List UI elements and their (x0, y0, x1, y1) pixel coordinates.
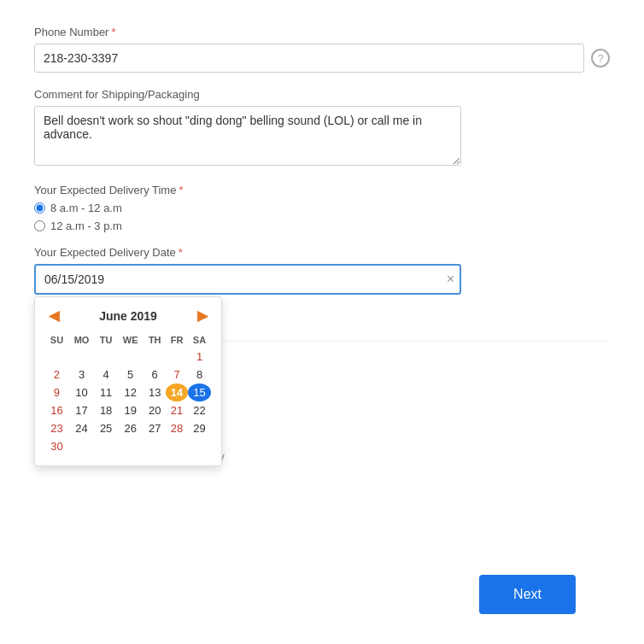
phone-label: Phone Number* (34, 26, 610, 38)
weekday-fr: FR (166, 332, 188, 348)
table-row: 1 (45, 348, 211, 366)
cal-day-12[interactable]: 12 (117, 383, 143, 401)
date-input[interactable] (34, 264, 461, 295)
cal-day-10[interactable]: 10 (68, 383, 95, 401)
delivery-date-label: Your Expected Delivery Date* (34, 246, 610, 259)
radio-option-2[interactable]: 12 a.m - 3 p.m (34, 220, 610, 232)
cal-empty (68, 437, 95, 455)
required-indicator2: * (179, 184, 183, 196)
weekday-sa: SA (188, 332, 211, 348)
table-row: 30 (45, 437, 211, 455)
cal-day-19[interactable]: 19 (117, 401, 143, 419)
cal-day-7[interactable]: 7 (166, 366, 188, 383)
calendar-next-button[interactable]: ▶ (194, 307, 211, 324)
weekday-tu: TU (95, 332, 117, 348)
phone-row: ? (34, 44, 610, 73)
calendar-prev-button[interactable]: ◀ (45, 307, 62, 324)
cal-day-8[interactable]: 8 (188, 366, 211, 383)
cal-empty (45, 348, 68, 366)
required-indicator: * (111, 26, 115, 38)
comment-textarea[interactable]: Bell doesn't work so shout "ding dong" b… (34, 106, 461, 166)
cal-empty (117, 437, 143, 455)
cal-empty (188, 437, 211, 455)
clear-date-button[interactable]: × (447, 272, 454, 286)
cal-day-9[interactable]: 9 (45, 383, 68, 401)
cal-empty (68, 348, 95, 366)
comment-section: Comment for Shipping/Packaging Bell does… (34, 88, 610, 168)
cal-day-23[interactable]: 23 (45, 419, 68, 437)
radio-input-time2[interactable] (34, 220, 45, 231)
delivery-time-label: Your Expected Delivery Time* (34, 184, 610, 196)
cal-day-2[interactable]: 2 (45, 366, 68, 383)
cal-day-6[interactable]: 6 (143, 366, 166, 383)
cal-day-20[interactable]: 20 (143, 401, 166, 419)
cal-day-15-selected[interactable]: 15 (188, 383, 211, 401)
radio-label-time1: 8 a.m - 12 a.m (50, 202, 122, 214)
cal-day-29[interactable]: 29 (188, 419, 211, 437)
weekday-mo: MO (68, 332, 95, 348)
cal-empty (166, 437, 188, 455)
cal-day-22[interactable]: 22 (188, 401, 211, 419)
cal-day-27[interactable]: 27 (143, 419, 166, 437)
cal-day-16[interactable]: 16 (45, 401, 68, 419)
help-icon[interactable]: ? (591, 49, 610, 67)
cal-empty (166, 348, 188, 366)
cal-day-21[interactable]: 21 (166, 401, 188, 419)
phone-field-section: Phone Number* ? (34, 26, 610, 73)
required-indicator3: * (179, 246, 183, 259)
cal-day-17[interactable]: 17 (68, 401, 95, 419)
cal-day-1[interactable]: 1 (188, 348, 211, 366)
next-button[interactable]: Next (479, 575, 576, 614)
radio-input-time1[interactable] (34, 202, 45, 214)
cal-empty (117, 348, 143, 366)
table-row: 2 3 4 5 6 7 8 (45, 366, 211, 383)
comment-label: Comment for Shipping/Packaging (34, 88, 610, 101)
cal-day-25[interactable]: 25 (95, 419, 117, 437)
cal-empty (143, 348, 166, 366)
weekday-su: SU (45, 332, 68, 348)
cal-day-26[interactable]: 26 (117, 419, 143, 437)
delivery-time-section: Your Expected Delivery Time* 8 a.m - 12 … (34, 184, 610, 232)
cal-empty (95, 348, 117, 366)
table-row: 23 24 25 26 27 28 29 (45, 419, 211, 437)
cal-day-18[interactable]: 18 (95, 401, 117, 419)
weekday-th: TH (143, 332, 166, 348)
cal-day-5[interactable]: 5 (117, 366, 143, 383)
radio-option-1[interactable]: 8 a.m - 12 a.m (34, 202, 610, 214)
calendar-header: ◀ June 2019 ▶ (45, 307, 211, 324)
cal-day-14-today[interactable]: 14 (166, 383, 188, 401)
cal-empty (95, 437, 117, 455)
weekday-we: WE (117, 332, 143, 348)
table-row: 9 10 11 12 13 14 15 (45, 383, 211, 401)
calendar-title: June 2019 (99, 309, 157, 323)
cal-empty (143, 437, 166, 455)
cal-day-30[interactable]: 30 (45, 437, 68, 455)
date-input-wrapper: × (34, 264, 461, 295)
calendar-grid: SU MO TU WE TH FR SA 1 (45, 332, 211, 455)
table-row: 16 17 18 19 20 21 22 (45, 401, 211, 419)
radio-label-time2: 12 a.m - 3 p.m (50, 220, 122, 232)
cal-day-3[interactable]: 3 (68, 366, 95, 383)
calendar-popup: ◀ June 2019 ▶ SU MO TU WE TH FR SA (34, 296, 222, 466)
cal-day-4[interactable]: 4 (95, 366, 117, 383)
cal-day-11[interactable]: 11 (95, 383, 117, 401)
phone-input[interactable] (34, 44, 584, 73)
cal-day-28[interactable]: 28 (166, 419, 188, 437)
cal-day-24[interactable]: 24 (68, 419, 95, 437)
cal-day-13[interactable]: 13 (143, 383, 166, 401)
delivery-date-section: Your Expected Delivery Date* × ◀ June 20… (34, 246, 610, 295)
